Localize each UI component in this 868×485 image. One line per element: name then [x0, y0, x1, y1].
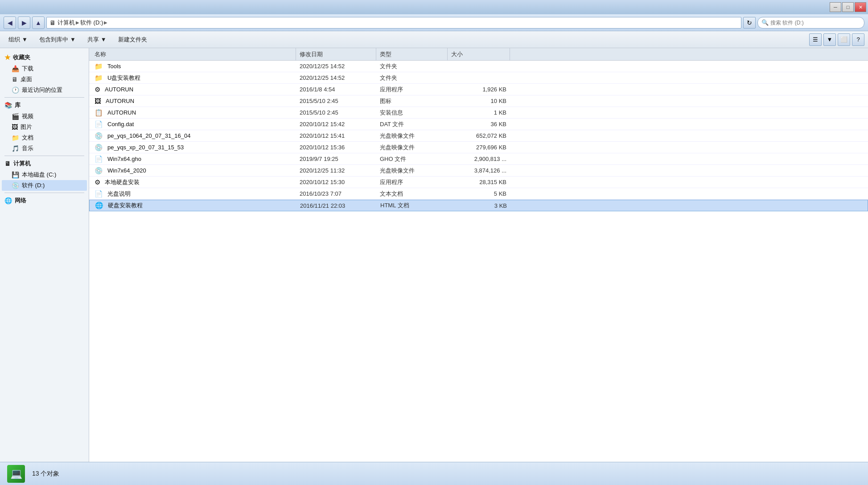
- search-input[interactable]: [770, 20, 860, 26]
- computer-header[interactable]: 🖥 计算机: [2, 158, 87, 169]
- download-icon: 📥: [12, 65, 19, 72]
- maximize-button[interactable]: □: [842, 2, 854, 12]
- main-area: ★ 收藏夹 📥 下载 🖥 桌面 🕐 最近访问的位置 📚 库: [0, 48, 868, 462]
- table-row[interactable]: 💿 pe_yqs_xp_20_07_31_15_53 2020/10/12 15…: [89, 142, 868, 153]
- network-header[interactable]: 🌐 网络: [2, 195, 87, 206]
- file-name: pe_yqs_xp_20_07_31_15_53: [107, 144, 184, 151]
- file-date-cell: 2020/12/25 11:32: [296, 167, 376, 174]
- column-type-header[interactable]: 类型: [376, 48, 448, 60]
- file-size-cell: 279,696 KB: [448, 144, 510, 151]
- view-dropdown-button[interactable]: ▼: [823, 33, 836, 46]
- view-toggle-button[interactable]: ☰: [809, 33, 822, 46]
- table-row[interactable]: 📄 Config.dat 2020/10/12 15:42 DAT 文件 36 …: [89, 119, 868, 130]
- toolbar-right: ☰ ▼ ⬜ ?: [809, 33, 864, 46]
- table-row[interactable]: 💿 pe_yqs_1064_20_07_31_16_04 2020/10/12 …: [89, 130, 868, 142]
- favorites-header[interactable]: ★ 收藏夹: [2, 52, 87, 63]
- desktop-icon: 🖥: [12, 76, 18, 83]
- sidebar-item-drive-c-label: 本地磁盘 (C:): [22, 171, 56, 179]
- back-button[interactable]: ◀: [4, 16, 16, 29]
- sidebar-item-desktop-label: 桌面: [21, 75, 32, 83]
- file-type-cell: 文件夹: [376, 74, 448, 82]
- video-icon: 🎬: [12, 113, 19, 120]
- file-type-cell: 光盘映像文件: [376, 144, 448, 152]
- file-date-cell: 2016/11/21 22:03: [296, 202, 377, 209]
- sidebar-item-docs-label: 文档: [22, 134, 33, 142]
- file-date-cell: 2020/12/25 14:52: [296, 74, 376, 81]
- sidebar-item-docs[interactable]: 📁 文档: [2, 132, 87, 143]
- table-row[interactable]: 📁 U盘安装教程 2020/12/25 14:52 文件夹: [89, 72, 868, 84]
- library-section: 📚 库 🎬 视频 🖼 图片 📁 文档 🎵 音乐: [2, 99, 87, 154]
- file-name-cell: ⚙ AUTORUN: [91, 86, 296, 94]
- table-row[interactable]: 🌐 硬盘安装教程 2016/11/21 22:03 HTML 文档 3 KB: [89, 200, 868, 211]
- file-type-cell: 文本文档: [376, 190, 448, 198]
- sidebar-item-drive-c[interactable]: 💾 本地磁盘 (C:): [2, 169, 87, 180]
- share-label: 共享: [87, 36, 99, 44]
- divider-2: [4, 156, 84, 156]
- library-button[interactable]: 包含到库中 ▼: [34, 33, 81, 46]
- sidebar-item-video[interactable]: 🎬 视频: [2, 111, 87, 122]
- file-icon: 💿: [95, 144, 103, 152]
- column-date-header[interactable]: 修改日期: [296, 48, 376, 60]
- search-bar: 🔍: [757, 17, 864, 29]
- table-row[interactable]: 📄 光盘说明 2016/10/23 7:07 文本文档 5 KB: [89, 188, 868, 200]
- table-row[interactable]: 💿 Win7x64_2020 2020/12/25 11:32 光盘映像文件 3…: [89, 165, 868, 177]
- file-date-cell: 2020/12/25 14:52: [296, 63, 376, 70]
- recent-icon: 🕐: [12, 86, 19, 94]
- help-button[interactable]: ?: [852, 33, 864, 46]
- table-row[interactable]: 🖼 AUTORUN 2015/5/10 2:45 图标 10 KB: [89, 95, 868, 107]
- up-button[interactable]: ▲: [32, 16, 45, 29]
- drive-d-icon: 💿: [12, 182, 19, 189]
- sidebar-item-desktop[interactable]: 🖥 桌面: [2, 74, 87, 85]
- file-name-cell: 📄 Win7x64.gho: [91, 155, 296, 163]
- close-button[interactable]: ✕: [855, 2, 866, 12]
- file-size-cell: 5 KB: [448, 190, 510, 197]
- column-size-header[interactable]: 大小: [448, 48, 510, 60]
- library-label: 包含到库中: [39, 36, 68, 44]
- sidebar-item-music-label: 音乐: [22, 144, 33, 152]
- sidebar-item-drive-d[interactable]: 💿 软件 (D:): [2, 180, 87, 191]
- file-name-cell: 💿 pe_yqs_1064_20_07_31_16_04: [91, 132, 296, 140]
- crumb-drive[interactable]: 软件 (D:): [80, 19, 103, 27]
- table-row[interactable]: ⚙ 本地硬盘安装 2020/10/12 15:30 应用程序 28,315 KB: [89, 177, 868, 188]
- table-row[interactable]: 📁 Tools 2020/12/25 14:52 文件夹: [89, 61, 868, 72]
- column-name-header[interactable]: 名称: [91, 48, 296, 60]
- table-row[interactable]: 📄 Win7x64.gho 2019/9/7 19:25 GHO 文件 2,90…: [89, 153, 868, 165]
- forward-button[interactable]: ▶: [18, 16, 30, 29]
- sidebar-item-download[interactable]: 📥 下载: [2, 63, 87, 74]
- library-dropdown-icon: ▼: [70, 36, 76, 43]
- file-icon: 💿: [95, 132, 103, 140]
- file-name-cell: 📁 U盘安装教程: [91, 74, 296, 82]
- crumb-computer[interactable]: 计算机: [58, 19, 75, 27]
- address-bar[interactable]: 🖥 计算机 ▶ 软件 (D:) ▶: [46, 17, 741, 29]
- network-icon: 🌐: [4, 197, 12, 204]
- nav-bar: ◀ ▶ ▲ 🖥 计算机 ▶ 软件 (D:) ▶ ↻ 🔍: [0, 14, 868, 31]
- file-size-cell: 2,900,813 ...: [448, 156, 510, 162]
- library-header[interactable]: 📚 库: [2, 99, 87, 111]
- preview-pane-button[interactable]: ⬜: [838, 33, 850, 46]
- computer-section: 🖥 计算机 💾 本地磁盘 (C:) 💿 软件 (D:): [2, 158, 87, 191]
- minimize-button[interactable]: ─: [830, 2, 841, 12]
- file-name: AUTORUN: [107, 109, 136, 116]
- table-row[interactable]: ⚙ AUTORUN 2016/1/8 4:54 应用程序 1,926 KB: [89, 84, 868, 95]
- refresh-button[interactable]: ↻: [743, 17, 756, 29]
- file-size-cell: 3 KB: [448, 202, 510, 209]
- file-name-cell: 📋 AUTORUN: [91, 109, 296, 117]
- file-name: pe_yqs_1064_20_07_31_16_04: [107, 132, 191, 139]
- file-name: Tools: [107, 63, 121, 70]
- file-date-cell: 2015/5/10 2:45: [296, 109, 376, 116]
- organize-button[interactable]: 组织 ▼: [4, 33, 33, 46]
- file-icon: 📁: [95, 74, 103, 82]
- new-folder-label: 新建文件夹: [118, 36, 147, 44]
- file-size-cell: 28,315 KB: [448, 179, 510, 185]
- new-folder-button[interactable]: 新建文件夹: [113, 33, 152, 46]
- file-type-cell: 光盘映像文件: [376, 132, 448, 140]
- share-button[interactable]: 共享 ▼: [82, 33, 111, 46]
- file-type-cell: 安装信息: [376, 109, 448, 117]
- file-icon: 📁: [95, 62, 103, 70]
- file-list: 📁 Tools 2020/12/25 14:52 文件夹 📁 U盘安装教程 20…: [89, 61, 868, 462]
- sidebar-item-pictures[interactable]: 🖼 图片: [2, 122, 87, 132]
- sidebar-item-recent[interactable]: 🕐 最近访问的位置: [2, 85, 87, 95]
- star-icon: ★: [4, 53, 10, 62]
- sidebar-item-music[interactable]: 🎵 音乐: [2, 143, 87, 154]
- table-row[interactable]: 📋 AUTORUN 2015/5/10 2:45 安装信息 1 KB: [89, 107, 868, 119]
